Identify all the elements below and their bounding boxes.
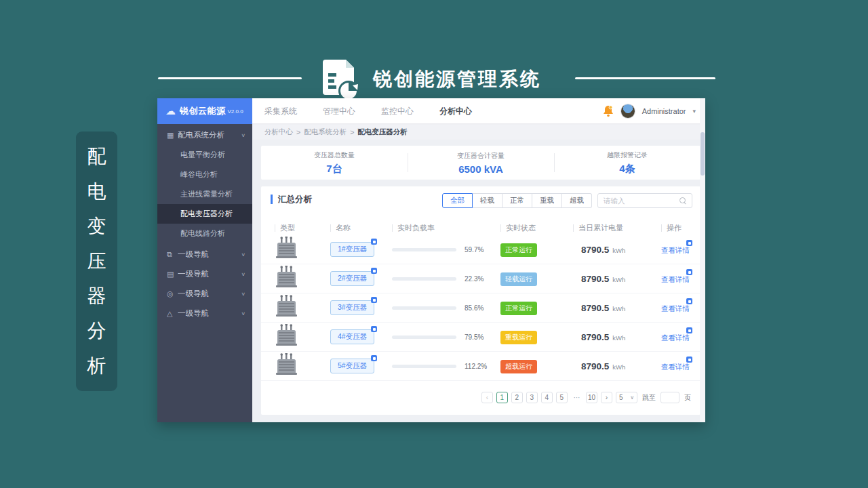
view-details-link[interactable]: 查看详情 <box>661 363 690 371</box>
energy-value: 8790.5 <box>581 361 609 371</box>
sidebar-item-distribution-analysis[interactable]: ▦ 配电系统分析 ∨ <box>157 125 252 145</box>
header-right-line <box>575 77 715 79</box>
page-button-3[interactable]: 3 <box>526 392 538 403</box>
status-badge: 超载运行 <box>500 360 537 373</box>
search-box <box>597 193 692 208</box>
chevron-down-icon: ∨ <box>241 291 245 297</box>
page-button-4[interactable]: 4 <box>541 392 553 403</box>
tag-badge-icon <box>371 268 377 274</box>
energy-value: 8790.5 <box>581 274 609 284</box>
energy-value: 8790.5 <box>581 332 609 342</box>
app-screenshot: ☁ 锐创云能源 V2.0.0 ▦ 配电系统分析 ∨ 电量平衡分析 峰谷电分析 主… <box>157 98 705 422</box>
slide-title: 锐创能源管理系统 <box>373 66 541 92</box>
top-bar: 采集系统 管理中心 监控中心 分析中心 Administrator ▾ <box>252 98 705 124</box>
chevron-down-icon: ∨ <box>241 272 245 277</box>
sidebar-item-label: 配电系统分析 <box>178 130 224 140</box>
filter-normal-button[interactable]: 正常 <box>502 193 532 208</box>
next-page-button[interactable]: › <box>601 392 612 403</box>
table-row: 2#变压器 22.3% 轻载运行 8790.5kWh 查看详情 <box>261 264 701 293</box>
vertical-title-banner: 配 电 变 压 器 分 析 <box>76 131 117 391</box>
load-progress-bar <box>392 248 456 251</box>
filter-heavy-load-button[interactable]: 重载 <box>532 193 562 208</box>
breadcrumb: 分析中心 > 配电系统分析 > 配电变压器分析 <box>252 125 705 140</box>
chevron-down-icon: ∨ <box>241 311 245 317</box>
status-badge: 正常运行 <box>500 243 537 257</box>
page-unit-label: 页 <box>684 393 691 403</box>
load-percent: 22.3% <box>465 275 484 283</box>
sidebar-subitem-transformer-analysis[interactable]: 配电变压器分析 <box>157 204 252 224</box>
summary-panel: 汇总分析 全部 轻载 正常 重载 超载 类型 名称 实时负载率 实时状态 当日累… <box>261 186 701 415</box>
link-badge-icon <box>686 240 692 246</box>
page-button-10[interactable]: 10 <box>586 392 597 403</box>
banner-char: 电 <box>87 182 106 201</box>
load-percent: 85.6% <box>465 304 484 312</box>
table-header: 类型 名称 实时负载率 实时状态 当日累计电量 操作 <box>261 222 701 234</box>
energy-unit: kWh <box>612 334 625 342</box>
sidebar-item-nav-2[interactable]: ▤ 一级导航 ∨ <box>157 264 252 284</box>
notification-bell-icon[interactable] <box>603 105 614 117</box>
sidebar-item-nav-3[interactable]: ◎ 一级导航 ∨ <box>157 284 252 304</box>
energy-value: 8790.5 <box>581 303 609 313</box>
filter-overload-button[interactable]: 超载 <box>562 193 592 208</box>
sidebar-subitem-main-line-demand[interactable]: 主进线需量分析 <box>157 184 252 204</box>
tag-badge-icon <box>371 326 377 332</box>
app-scrollbar[interactable] <box>700 98 705 422</box>
view-details-link[interactable]: 查看详情 <box>661 246 690 254</box>
tab-management-center[interactable]: 管理中心 <box>323 106 355 117</box>
cloud-icon: ☁ <box>165 105 176 117</box>
filter-light-load-button[interactable]: 轻载 <box>473 193 502 208</box>
tag-badge-icon <box>371 355 377 361</box>
sidebar-subitem-peak-valley[interactable]: 峰谷电分析 <box>157 165 252 184</box>
ellipsis-icon: ··· <box>571 392 583 403</box>
prev-page-button[interactable]: ‹ <box>481 392 493 403</box>
transformer-name-tag[interactable]: 4#变压器 <box>330 329 374 344</box>
status-badge: 轻载运行 <box>500 272 537 286</box>
page-button-1[interactable]: 1 <box>496 392 508 403</box>
tab-collection-system[interactable]: 采集系统 <box>264 106 297 117</box>
warning-icon: △ <box>167 309 178 318</box>
load-progress-bar <box>392 277 456 281</box>
username: Administrator <box>642 107 686 115</box>
chevron-down-icon: ∨ <box>241 252 245 258</box>
search-icon[interactable] <box>679 197 686 204</box>
sidebar-version: V2.0.0 <box>228 108 243 115</box>
tab-analysis-center[interactable]: 分析中心 <box>439 106 472 117</box>
tab-monitoring-center[interactable]: 监控中心 <box>381 106 414 117</box>
stat-total-capacity: 变压器合计容量 6500 kVA <box>408 146 554 180</box>
panel-title: 汇总分析 <box>271 195 312 204</box>
sidebar-subitem-line-analysis[interactable]: 配电线路分析 <box>157 224 252 243</box>
sidebar-logo: ☁ 锐创云能源 V2.0.0 <box>157 98 252 124</box>
transformer-name-tag[interactable]: 2#变压器 <box>330 271 374 286</box>
banner-char: 分 <box>87 321 106 340</box>
jump-page-input[interactable] <box>660 392 679 403</box>
page-button-5[interactable]: 5 <box>556 392 568 403</box>
banner-char: 器 <box>87 287 106 306</box>
banner-char: 析 <box>87 357 106 375</box>
sidebar-item-nav-4[interactable]: △ 一级导航 ∨ <box>157 304 252 323</box>
page-size-select[interactable]: 5∨ <box>616 392 637 403</box>
status-badge: 重载运行 <box>500 331 537 344</box>
transformer-image <box>275 266 330 291</box>
transformer-image <box>275 353 330 379</box>
view-details-link[interactable]: 查看详情 <box>661 304 690 312</box>
table-row: 3#变压器 85.6% 正常运行 8790.5kWh 查看详情 <box>261 293 701 323</box>
banner-char: 变 <box>87 217 106 236</box>
link-badge-icon <box>686 357 692 363</box>
filter-all-button[interactable]: 全部 <box>442 193 473 208</box>
user-avatar[interactable] <box>620 104 635 119</box>
scrollbar-thumb[interactable] <box>701 132 705 176</box>
transformer-name-tag[interactable]: 5#变压器 <box>330 359 374 373</box>
transformer-image <box>275 237 330 262</box>
transformer-image <box>275 324 330 350</box>
circle-check-icon: ◎ <box>167 289 178 298</box>
view-details-link[interactable]: 查看详情 <box>661 275 690 283</box>
transformer-name-tag[interactable]: 1#变压器 <box>330 242 374 257</box>
view-details-link[interactable]: 查看详情 <box>661 333 690 342</box>
sidebar-item-nav-1[interactable]: ⧉ 一级导航 ∨ <box>157 245 252 264</box>
user-dropdown-caret-icon[interactable]: ▾ <box>692 108 696 115</box>
search-input[interactable] <box>604 197 677 205</box>
link-badge-icon <box>686 269 692 275</box>
page-button-2[interactable]: 2 <box>511 392 523 403</box>
sidebar-subitem-energy-balance[interactable]: 电量平衡分析 <box>157 145 252 165</box>
transformer-name-tag[interactable]: 3#变压器 <box>330 300 374 315</box>
